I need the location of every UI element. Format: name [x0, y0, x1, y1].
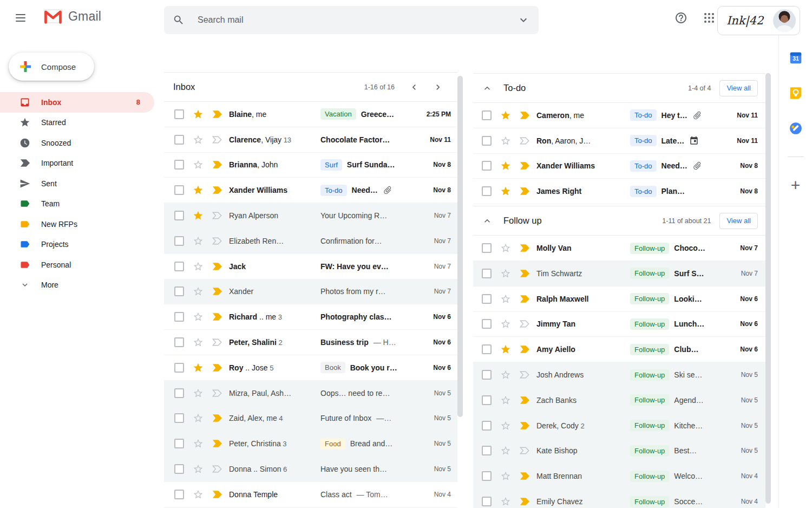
label-chip[interactable]: Follow-up	[630, 369, 669, 381]
email-row[interactable]: Matt BrennanFollow-upWelco…Nov 4	[473, 464, 765, 489]
email-row[interactable]: Mizra, Paul, Ash…Oops… need to re…Nov 5	[164, 381, 457, 406]
importance-marker-icon[interactable]	[519, 320, 530, 328]
importance-marker-icon[interactable]	[519, 187, 530, 195]
email-row[interactable]: Zaid, Alex, me 4Future of Inbox —…Nov 5	[164, 406, 457, 432]
compose-button[interactable]: Compose	[9, 53, 94, 81]
collapse-chevron-up-icon[interactable]	[482, 216, 493, 226]
search-input[interactable]	[197, 15, 517, 25]
scrollbar-thumb[interactable]	[765, 73, 771, 504]
row-checkbox[interactable]	[174, 312, 184, 322]
hamburger-menu-icon[interactable]	[14, 11, 27, 24]
view-all-button[interactable]: View all	[719, 80, 758, 96]
row-checkbox[interactable]	[174, 262, 184, 271]
row-checkbox[interactable]	[482, 110, 492, 120]
sidebar-item-projects[interactable]: Projects	[0, 235, 154, 255]
sidebar-item-inbox[interactable]: Inbox8	[0, 92, 154, 113]
star-icon[interactable]	[500, 268, 511, 279]
email-row[interactable]: Brianna, JohnSurfSurf Sunda…Nov 8	[164, 153, 457, 178]
search-options-chevron-icon[interactable]	[517, 14, 530, 27]
star-icon[interactable]	[193, 362, 204, 373]
star-icon[interactable]	[500, 395, 511, 406]
email-row[interactable]: Richard .. me 3Photography clas…Nov 6	[164, 304, 457, 330]
email-row[interactable]: Xander WilliamsTo-doNeed…Nov 8	[473, 154, 765, 179]
star-icon[interactable]	[500, 186, 511, 197]
chevron-right-icon[interactable]	[426, 82, 450, 93]
importance-marker-icon[interactable]	[519, 112, 530, 119]
calendar-icon[interactable]: 31	[789, 51, 803, 65]
email-row[interactable]: Cameron, meTo-doHey t…Nov 11	[473, 103, 765, 128]
importance-marker-icon[interactable]	[212, 263, 222, 270]
star-icon[interactable]	[500, 160, 511, 171]
row-checkbox[interactable]	[482, 421, 492, 431]
importance-marker-icon[interactable]	[212, 313, 222, 321]
importance-marker-icon[interactable]	[212, 186, 222, 194]
star-icon[interactable]	[193, 159, 204, 170]
sidebar-item-personal[interactable]: Personal	[0, 255, 154, 275]
importance-marker-icon[interactable]	[519, 422, 530, 429]
sidebar-item-snoozed[interactable]: Snoozed	[0, 133, 154, 153]
label-chip[interactable]: Vacation	[320, 108, 356, 120]
email-row[interactable]: JackFW: Have you ev…Nov 7	[164, 254, 457, 279]
importance-marker-icon[interactable]	[519, 498, 530, 505]
row-checkbox[interactable]	[174, 439, 184, 448]
star-icon[interactable]	[500, 135, 511, 146]
star-icon[interactable]	[500, 496, 511, 507]
star-icon[interactable]	[193, 464, 204, 474]
label-chip[interactable]: To-do	[630, 109, 657, 121]
row-checkbox[interactable]	[174, 337, 184, 347]
sidebar-item-important[interactable]: Important	[0, 153, 154, 174]
email-row[interactable]: Zach BanksFollow-upAgend…Nov 5	[473, 388, 765, 413]
account-chip[interactable]: Ink|42	[717, 6, 800, 35]
sidebar-item-new-rfps[interactable]: New RFPs	[0, 214, 154, 235]
email-row[interactable]: Clarence, Vijay 13Chocolate Factor…Nov 1…	[164, 127, 457, 153]
star-icon[interactable]	[193, 261, 204, 272]
email-row[interactable]: Peter, Christina 3FoodBread and…Nov 5	[164, 431, 457, 457]
importance-marker-icon[interactable]	[519, 346, 530, 353]
star-icon[interactable]	[193, 134, 204, 145]
row-checkbox[interactable]	[174, 185, 184, 195]
star-icon[interactable]	[193, 236, 204, 246]
importance-marker-icon[interactable]	[212, 414, 222, 422]
keep-icon[interactable]	[789, 86, 803, 100]
row-checkbox[interactable]	[174, 211, 184, 220]
label-chip[interactable]: Follow-up	[630, 445, 669, 457]
sidebar-item-more[interactable]: More	[0, 275, 154, 296]
importance-marker-icon[interactable]	[519, 472, 530, 480]
email-row[interactable]: Ron, Aaron, J…To-doLate…Nov 11	[473, 128, 765, 154]
row-checkbox[interactable]	[482, 370, 492, 380]
row-checkbox[interactable]	[482, 243, 492, 253]
star-icon[interactable]	[193, 311, 204, 322]
sidebar-item-team[interactable]: Team	[0, 194, 154, 214]
email-row[interactable]: Molly VanFollow-upChoco…Nov 7	[473, 236, 765, 261]
email-row[interactable]: Elizabeth Ren…Confirmation for…Nov 7	[164, 229, 457, 254]
email-row[interactable]: Tim SchwartzFollow-upSurf S…Nov 7	[473, 261, 765, 286]
email-row[interactable]: Jimmy TanFollow-upLunch…Nov 6	[473, 312, 765, 337]
label-chip[interactable]: Follow-up	[630, 471, 669, 482]
row-checkbox[interactable]	[482, 497, 492, 506]
scrollbar-thumb[interactable]	[457, 76, 463, 417]
sidebar-item-sent[interactable]: Sent	[0, 173, 154, 194]
label-chip[interactable]: To-do	[630, 135, 657, 146]
star-icon[interactable]	[193, 413, 204, 424]
star-icon[interactable]	[193, 109, 204, 120]
importance-marker-icon[interactable]	[212, 288, 222, 295]
importance-marker-icon[interactable]	[519, 137, 530, 145]
importance-marker-icon[interactable]	[519, 162, 530, 170]
importance-marker-icon[interactable]	[519, 396, 530, 404]
label-chip[interactable]: Follow-up	[630, 318, 669, 330]
email-row[interactable]: Donna TempleClass act — Tom…Nov 4	[164, 482, 457, 507]
row-checkbox[interactable]	[482, 446, 492, 455]
row-checkbox[interactable]	[482, 344, 492, 354]
row-checkbox[interactable]	[482, 395, 492, 405]
email-row[interactable]: Roy .. Jose 5BookBook you r…Nov 6	[164, 355, 457, 381]
star-icon[interactable]	[193, 438, 204, 449]
row-checkbox[interactable]	[174, 135, 184, 145]
email-row[interactable]: James RightTo-doPlan…Nov 8	[473, 179, 765, 204]
importance-marker-icon[interactable]	[212, 161, 222, 168]
email-row[interactable]: Peter, Shalini 2Business trip — H…Nov 6	[164, 330, 457, 355]
star-icon[interactable]	[500, 344, 511, 355]
label-chip[interactable]: Follow-up	[630, 394, 669, 406]
importance-marker-icon[interactable]	[212, 212, 222, 219]
importance-marker-icon[interactable]	[212, 237, 222, 245]
email-row[interactable]: Josh AndrewsFollow-upSki se…Nov 5	[473, 362, 765, 388]
